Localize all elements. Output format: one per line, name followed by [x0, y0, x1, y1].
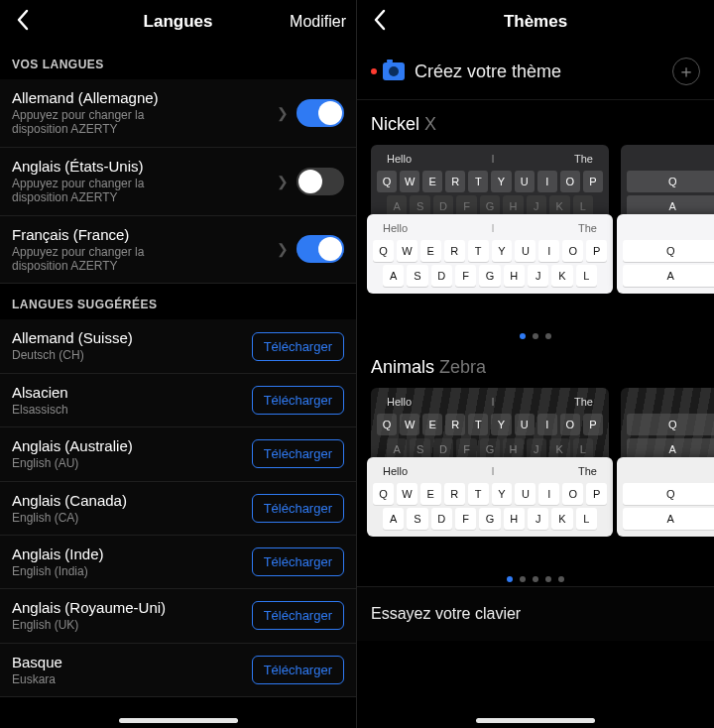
languages-topbar: Langues Modifier	[0, 0, 356, 44]
suggested-language-row: Allemand (Suisse) Deutsch (CH) Télécharg…	[0, 319, 356, 373]
suggested-language-row: Anglais (Australie) English (AU) Télécha…	[0, 427, 356, 481]
language-toggle[interactable]	[297, 99, 344, 127]
carousel-dot[interactable]	[533, 333, 538, 339]
language-title: Anglais (Inde)	[12, 546, 252, 562]
theme-variant: Zebra	[439, 357, 486, 377]
suggested-language-row: Anglais (Royaume-Uni) English (UK) Téléc…	[0, 589, 356, 643]
suggested-languages-list: Allemand (Suisse) Deutsch (CH) Télécharg…	[0, 319, 356, 697]
carousel-dots	[357, 566, 714, 586]
language-toggle[interactable]	[297, 235, 344, 263]
themes-panel: Thèmes Créez votre thème ＋ Nickel X Hell…	[357, 0, 714, 728]
try-keyboard-row[interactable]: Essayez votre clavier	[357, 586, 714, 641]
home-indicator[interactable]	[476, 718, 595, 723]
carousel-dot[interactable]	[507, 576, 513, 582]
language-title: Anglais (Australie)	[12, 437, 252, 454]
keyboard-preview-dark: HelloITheQWERTYUIOPASDFGHJKL	[371, 145, 609, 224]
chevron-right-icon: ❯	[277, 241, 289, 257]
download-button[interactable]: Télécharger	[252, 332, 344, 361]
camera-icon	[383, 62, 405, 80]
chevron-left-icon	[16, 9, 29, 31]
language-subtitle: English (AU)	[12, 456, 180, 470]
suggested-languages-header: LANGUES SUGGÉRÉES	[0, 284, 356, 319]
add-theme-button[interactable]: ＋	[672, 58, 700, 85]
back-button[interactable]	[367, 7, 392, 37]
back-button[interactable]	[10, 7, 35, 37]
theme-variant: X	[424, 114, 436, 134]
keyboard-preview-light: .QWAS	[617, 214, 714, 294]
theme-name: Nickel	[371, 114, 419, 134]
language-subtitle: English (India)	[12, 564, 180, 578]
language-title: Basque	[12, 654, 252, 670]
carousel-dot[interactable]	[558, 576, 564, 582]
language-subtitle: Appuyez pour changer la disposition AZER…	[12, 177, 180, 205]
download-button[interactable]: Télécharger	[252, 494, 344, 523]
language-subtitle: Elsassisch	[12, 403, 180, 417]
notification-dot-icon	[371, 68, 377, 74]
create-theme-label: Créez votre thème	[415, 61, 672, 82]
language-row[interactable]: Anglais (États-Unis) Appuyez pour change…	[0, 148, 356, 216]
language-subtitle: English (CA)	[12, 511, 180, 525]
carousel-dot[interactable]	[520, 333, 526, 339]
language-title: Allemand (Suisse)	[12, 329, 252, 346]
your-languages-header: VOS LANGUES	[0, 44, 356, 79]
language-subtitle: Appuyez pour changer la disposition AZER…	[12, 108, 180, 137]
theme-preview[interactable]: HelloITheQWERTYUIOPASDFGHJKL HelloITheQW…	[371, 388, 609, 566]
languages-panel: Langues Modifier VOS LANGUES Allemand (A…	[0, 0, 357, 728]
language-title: Anglais (États-Unis)	[12, 158, 273, 175]
keyboard-preview-light: HelloITheQWERTYUIOPASDFGHJKL	[367, 214, 613, 294]
language-title: Allemand (Allemagne)	[12, 89, 273, 106]
chevron-right-icon: ❯	[277, 174, 289, 189]
keyboard-preview-light: HelloITheQWERTYUIOPASDFGHJKL	[367, 457, 613, 537]
create-theme-row[interactable]: Créez votre thème ＋	[357, 44, 714, 100]
language-subtitle: Euskara	[12, 672, 180, 686]
language-row[interactable]: Allemand (Allemagne) Appuyez pour change…	[0, 79, 356, 148]
keyboard-preview-dark: HelloITheQWERTYUIOPASDFGHJKL	[371, 388, 609, 467]
theme-section-title: Animals Zebra	[357, 343, 714, 388]
suggested-language-row: Anglais (Inde) English (India) Télécharg…	[0, 536, 356, 589]
language-toggle[interactable]	[297, 168, 344, 195]
theme-preview[interactable]: HelloITheQWERTYUIOPASDFGHJKL HelloITheQW…	[371, 145, 609, 323]
theme-carousel[interactable]: HelloITheQWERTYUIOPASDFGHJKL HelloITheQW…	[357, 388, 714, 566]
theme-preview[interactable]: .QWAS⇧Z .QWAS	[621, 145, 700, 323]
keyboard-preview-dark: .QWAS	[621, 388, 714, 467]
themes-topbar: Thèmes	[357, 0, 714, 44]
download-button[interactable]: Télécharger	[252, 439, 344, 468]
language-subtitle: Deutsch (CH)	[12, 348, 180, 362]
language-title: Français (France)	[12, 226, 273, 243]
language-subtitle: English (UK)	[12, 618, 180, 632]
keyboard-preview-light: .QWAS	[617, 457, 714, 537]
carousel-dot[interactable]	[545, 333, 551, 339]
language-title: Alsacien	[12, 384, 252, 401]
carousel-dots	[357, 323, 714, 343]
download-button[interactable]: Télécharger	[252, 547, 344, 576]
theme-carousel[interactable]: HelloITheQWERTYUIOPASDFGHJKL HelloITheQW…	[357, 145, 714, 323]
your-languages-list: Allemand (Allemagne) Appuyez pour change…	[0, 79, 356, 284]
suggested-language-row: Basque Euskara Télécharger	[0, 644, 356, 697]
suggested-language-row: Anglais (Canada) English (CA) Télécharge…	[0, 482, 356, 536]
carousel-dot[interactable]	[545, 576, 551, 582]
theme-preview[interactable]: .QWAS .QWAS	[621, 388, 700, 566]
theme-section-title: Nickel X	[357, 100, 714, 145]
download-button[interactable]: Télécharger	[252, 601, 344, 630]
language-title: Anglais (Canada)	[12, 492, 252, 509]
language-subtitle: Appuyez pour changer la disposition AZER…	[12, 245, 180, 274]
chevron-left-icon	[373, 9, 386, 31]
suggested-language-row: Alsacien Elsassisch Télécharger	[0, 374, 356, 427]
carousel-dot[interactable]	[533, 576, 538, 582]
language-row[interactable]: Français (France) Appuyez pour changer l…	[0, 216, 356, 285]
download-button[interactable]: Télécharger	[252, 386, 344, 415]
home-indicator[interactable]	[119, 718, 238, 723]
theme-name: Animals	[371, 357, 434, 377]
carousel-dot[interactable]	[520, 576, 526, 582]
language-title: Anglais (Royaume-Uni)	[12, 599, 252, 616]
page-title: Thèmes	[357, 12, 714, 32]
download-button[interactable]: Télécharger	[252, 656, 344, 684]
chevron-right-icon: ❯	[277, 105, 289, 121]
edit-button[interactable]: Modifier	[290, 13, 346, 31]
